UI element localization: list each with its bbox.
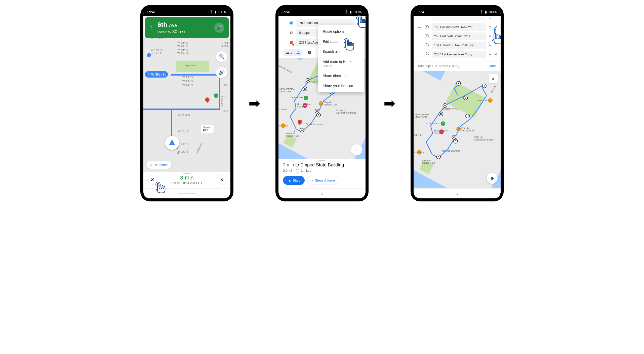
android-nav-bar <box>143 188 230 198</box>
my-location-button[interactable]: ⊕ <box>487 173 498 184</box>
stop-address-field[interactable]: 750 Columbus Ave, New Yor... <box>432 23 486 31</box>
street-label: W 37th St <box>182 84 193 87</box>
remove-stop-button[interactable]: ✕ <box>494 25 498 30</box>
sheet-handle[interactable] <box>318 160 326 161</box>
stop-address-field[interactable]: 151 E 82nd St, New York, NY... <box>432 42 486 49</box>
battery-pct: 100% <box>218 10 226 14</box>
location-icon: 📍 <box>209 10 213 14</box>
stop-marker: E <box>463 96 468 100</box>
drag-handle-icon[interactable]: ≡ <box>489 25 491 29</box>
close-nav-button[interactable]: ✕ <box>147 175 157 185</box>
stop-marker: D <box>306 78 310 83</box>
layers-button[interactable]: ◈ <box>489 74 498 83</box>
nav-pill[interactable] <box>178 193 196 194</box>
start-dot-icon <box>290 22 293 24</box>
search-button[interactable]: 🔍 <box>216 51 227 63</box>
street-label: W 43rd St <box>151 52 162 55</box>
screen-2: 09:41 📍 ▮ 100% ← Your location ⋮ 8 stops <box>278 8 366 198</box>
drive-mode-chip[interactable]: 🚗 1 hr 12 <box>283 49 303 56</box>
menu-share-directions[interactable]: Share directions <box>318 71 364 81</box>
back-button[interactable]: ← <box>417 24 422 30</box>
transit-mode-chip[interactable]: 🚇 — <box>305 49 318 56</box>
street-label: 29th St <box>181 143 189 146</box>
trip-summary-row: Total trip: 1 hr 12 min (18 mi) Done <box>414 61 501 71</box>
eta-info: 3 min 0.9 mi · 8:54 AM EST <box>160 174 213 185</box>
overflow-menu-popover: Route options Edit stops Search alo... A… <box>318 25 364 92</box>
menu-share-location[interactable]: Share your location <box>318 81 364 91</box>
drag-handle-icon[interactable]: ≡ <box>489 34 491 38</box>
street-label: W 45th St <box>177 45 188 48</box>
bottom-nav-sheet[interactable]: ✕ 3 min 0.9 mi · 8:54 AM EST ⤭ <box>143 172 230 188</box>
android-back-icon[interactable]: ‹ <box>456 191 458 196</box>
route-line <box>219 74 220 110</box>
menu-edit-stops[interactable]: Edit stops <box>318 37 364 47</box>
end-pin-icon: 📍 <box>290 41 293 44</box>
walk-icon <box>147 53 151 57</box>
done-button[interactable]: Done <box>489 64 497 68</box>
flow-arrow-icon: ➡ <box>384 95 395 112</box>
drag-handle-icon[interactable]: ≡ <box>489 43 491 47</box>
parking-icon: P <box>296 169 299 172</box>
stop-marker: G <box>316 113 321 117</box>
stop-row-partial: ← ≡ <box>417 16 498 23</box>
drag-handle-icon[interactable]: ≡ <box>489 17 491 21</box>
status-right: 📍 ▮ 100% <box>209 10 226 14</box>
map-edit-stops[interactable]: MANHATTAN NEW JERSEY NEW YORK 🌳 Central … <box>414 71 501 188</box>
map-nav[interactable]: Bryant Park W 52nd St W 46th St W 45th S… <box>143 38 230 172</box>
street-label: W 43rd St <box>177 52 188 55</box>
street-label: W 38th St <box>182 80 193 83</box>
stop-marker: B <box>303 87 307 91</box>
menu-route-options[interactable]: Route options <box>318 26 364 37</box>
current-location-cursor <box>165 136 179 150</box>
route-bottom-card[interactable]: 3 min to Empire State Building 0.9 mi · … <box>278 159 366 188</box>
steps-button[interactable]: ≡ Steps & more <box>307 176 339 185</box>
stop-row-h: H 151 E 82nd St, New York, NY... ≡ <box>417 41 498 50</box>
stop-marker: D <box>443 103 447 108</box>
route-line <box>143 109 220 110</box>
voice-mic-button[interactable]: 🎤 <box>214 23 224 33</box>
street-label: W 52nd St <box>151 38 163 40</box>
stop-address-field[interactable]: 250 East 57th Street, 226 E... <box>432 32 486 40</box>
navigation-card[interactable]: ↑ 6th Ave toward W 30th St 🎤 <box>145 17 229 38</box>
stop-address-field[interactable]: 2337 1st Avenue, New York,... <box>432 51 486 58</box>
phone-frame-1: 09:41 📍 ▮ 100% ↑ 6th Ave toward W 30th S… <box>140 5 233 201</box>
my-location-button[interactable]: ⊕ <box>351 144 363 156</box>
street-label: E 45th <box>221 45 229 48</box>
location-icon: 📍 <box>344 10 348 14</box>
android-back-icon[interactable]: ‹ <box>321 191 323 196</box>
street-label: W 32nd St <box>178 114 190 117</box>
sound-button[interactable]: 🔊 <box>216 67 227 78</box>
battery-pct: 100% <box>353 10 361 14</box>
nav-street: 6th Ave <box>157 21 185 29</box>
street-label: 5th Ave <box>221 98 223 107</box>
recenter-button[interactable]: △ Re-center <box>146 161 171 169</box>
status-time: 09:41 <box>418 10 426 14</box>
drag-handle-icon[interactable]: ≡ <box>489 52 491 56</box>
status-time: 09:41 <box>147 10 156 14</box>
street-label: E 46th <box>221 42 229 44</box>
nav-text: 6th Ave toward W 30th St <box>157 21 185 34</box>
sheet-handle[interactable] <box>183 173 190 174</box>
battery-icon: ▮ <box>485 10 487 14</box>
screen-1: 09:41 📍 ▮ 100% ↑ 6th Ave toward W 30th S… <box>143 8 230 198</box>
android-nav-bar: ‹ <box>278 188 366 198</box>
street-label: W 44th St <box>177 49 188 51</box>
trip-summary-text: Total trip: 1 hr 12 min (18 mi) <box>418 64 459 68</box>
stop-row-g: G 250 East 57th Street, 226 E... ≡ <box>417 32 498 41</box>
battery-icon: ▮ <box>215 10 217 14</box>
street-label: E 37th <box>222 84 229 87</box>
back-button[interactable]: ← <box>281 20 287 26</box>
route-line <box>171 74 220 76</box>
status-time: 09:41 <box>283 10 291 14</box>
eta-details: 0.9 mi · 8:54 AM EST <box>160 181 213 185</box>
straight-arrow-icon: ↑ <box>149 24 153 32</box>
alt-routes-button[interactable]: ⤭ <box>217 175 226 185</box>
remove-stop-button[interactable]: ✕ <box>494 52 498 57</box>
menu-search-along[interactable]: Search alo... <box>318 47 364 57</box>
eta-time: 3 min <box>160 174 213 181</box>
menu-add-home[interactable]: Add route to Home screen <box>318 57 364 71</box>
eta-line: 3 min to Empire State Building <box>283 162 361 168</box>
street-label: W 39th St <box>182 76 193 79</box>
stop-marker: G <box>453 139 458 144</box>
start-nav-button[interactable]: ▲ Start <box>283 176 305 185</box>
